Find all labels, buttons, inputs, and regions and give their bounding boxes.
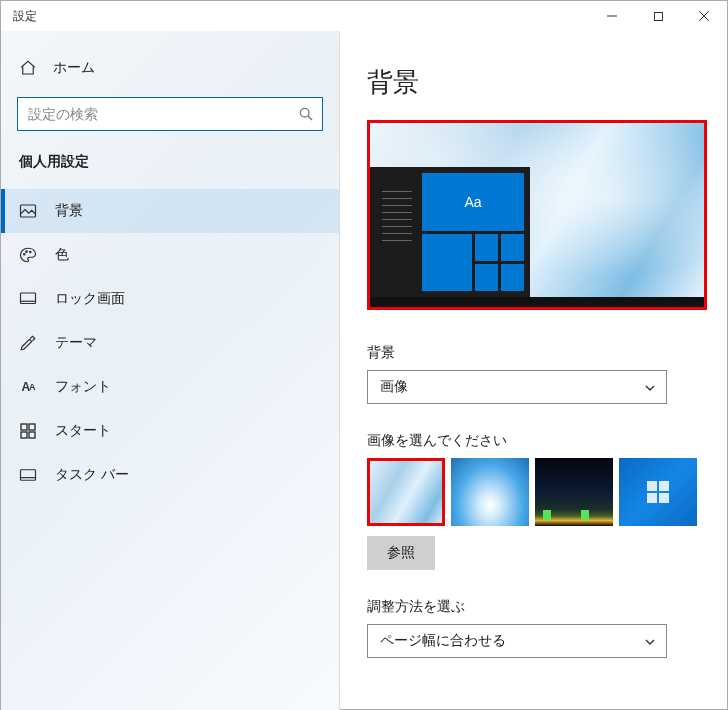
nav-label: 背景 <box>55 202 83 220</box>
page-title: 背景 <box>367 65 699 100</box>
browse-button[interactable]: 参照 <box>367 536 435 570</box>
svg-point-9 <box>30 251 32 253</box>
search-box[interactable] <box>17 97 323 131</box>
picture-icon <box>19 202 37 220</box>
background-type-value: 画像 <box>380 378 408 396</box>
svg-rect-1 <box>654 12 662 20</box>
desktop-preview: Aa <box>367 120 707 310</box>
image-thumbnails <box>367 458 699 526</box>
wallpaper-thumb-4[interactable] <box>619 458 697 526</box>
nav-item-taskbar[interactable]: タスク バー <box>1 453 339 497</box>
chevron-down-icon <box>644 381 656 393</box>
settings-window: 設定 ホーム <box>0 0 728 710</box>
fit-select[interactable]: ページ幅に合わせる <box>367 624 667 658</box>
preview-sample-tile: Aa <box>422 173 524 231</box>
nav-label: スタート <box>55 422 111 440</box>
nav: 背景 色 ロック画面 <box>1 189 339 497</box>
nav-item-background[interactable]: 背景 <box>1 189 339 233</box>
fit-value: ページ幅に合わせる <box>380 632 506 650</box>
nav-label: タスク バー <box>55 466 129 484</box>
preview-app-list <box>376 185 416 291</box>
sidebar: ホーム 個人用設定 背景 <box>1 31 339 710</box>
choose-image-label: 画像を選んでください <box>367 432 699 450</box>
theme-icon <box>19 334 37 352</box>
palette-icon <box>19 246 37 264</box>
nav-label: フォント <box>55 378 111 396</box>
svg-line-5 <box>308 116 312 120</box>
search-wrap <box>17 97 323 131</box>
search-input[interactable] <box>28 106 298 122</box>
preview-tiles: Aa <box>422 173 524 291</box>
nav-item-lockscreen[interactable]: ロック画面 <box>1 277 339 321</box>
content-body: ホーム 個人用設定 背景 <box>1 31 727 710</box>
maximize-button[interactable] <box>635 1 681 31</box>
preview-taskbar <box>370 297 704 307</box>
titlebar: 設定 <box>1 1 727 31</box>
home-icon <box>19 59 37 77</box>
taskbar-icon <box>19 466 37 484</box>
preview-start-menu: Aa <box>370 167 530 297</box>
nav-item-fonts[interactable]: AA フォント <box>1 365 339 409</box>
section-title: 個人用設定 <box>1 153 339 171</box>
nav-label: 色 <box>55 246 69 264</box>
search-icon <box>298 106 314 122</box>
svg-rect-16 <box>21 470 36 481</box>
wallpaper-thumb-1[interactable] <box>367 458 445 526</box>
svg-rect-10 <box>21 293 36 304</box>
svg-rect-12 <box>21 424 27 430</box>
nav-item-themes[interactable]: テーマ <box>1 321 339 365</box>
svg-point-4 <box>300 108 309 117</box>
font-icon: AA <box>19 378 37 396</box>
close-button[interactable] <box>681 1 727 31</box>
background-type-select[interactable]: 画像 <box>367 370 667 404</box>
nav-label: テーマ <box>55 334 97 352</box>
start-icon <box>19 422 37 440</box>
wallpaper-thumb-2[interactable] <box>451 458 529 526</box>
window-controls <box>589 1 727 31</box>
minimize-button[interactable] <box>589 1 635 31</box>
nav-item-start[interactable]: スタート <box>1 409 339 453</box>
svg-rect-14 <box>21 432 27 438</box>
wallpaper-thumb-3[interactable] <box>535 458 613 526</box>
fit-label: 調整方法を選ぶ <box>367 598 699 616</box>
background-type-label: 背景 <box>367 344 699 362</box>
svg-rect-13 <box>29 424 35 430</box>
nav-item-colors[interactable]: 色 <box>1 233 339 277</box>
svg-point-8 <box>26 251 28 253</box>
home-link[interactable]: ホーム <box>1 53 339 83</box>
window-title: 設定 <box>13 8 589 25</box>
svg-rect-15 <box>29 432 35 438</box>
home-label: ホーム <box>53 59 95 77</box>
chevron-down-icon <box>644 635 656 647</box>
main-pane: 背景 Aa 背景 画像 <box>339 31 727 710</box>
svg-point-7 <box>24 254 26 256</box>
lockscreen-icon <box>19 290 37 308</box>
nav-label: ロック画面 <box>55 290 125 308</box>
